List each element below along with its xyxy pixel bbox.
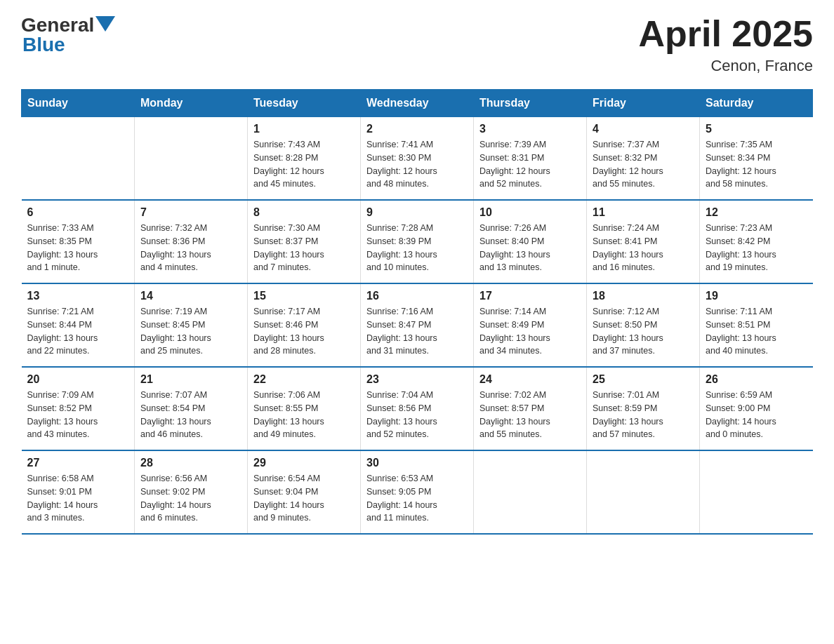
day-number: 8 [253,206,355,219]
day-number: 28 [140,457,241,469]
calendar-table: SundayMondayTuesdayWednesdayThursdayFrid… [21,89,813,535]
calendar-cell: 1Sunrise: 7:43 AM Sunset: 8:28 PM Daylig… [248,117,361,201]
calendar-cell: 28Sunrise: 6:56 AM Sunset: 9:02 PM Dayli… [135,450,248,534]
calendar-cell: 16Sunrise: 7:16 AM Sunset: 8:47 PM Dayli… [361,283,474,367]
day-info: Sunrise: 7:06 AM Sunset: 8:55 PM Dayligh… [253,389,355,441]
day-info: Sunrise: 7:11 AM Sunset: 8:51 PM Dayligh… [706,305,807,358]
calendar-cell: 13Sunrise: 7:21 AM Sunset: 8:44 PM Dayli… [22,283,135,367]
calendar-cell: 17Sunrise: 7:14 AM Sunset: 8:49 PM Dayli… [474,283,587,367]
logo-blue-text: Blue [22,34,65,56]
day-info: Sunrise: 7:16 AM Sunset: 8:47 PM Dayligh… [366,305,468,358]
calendar-cell: 24Sunrise: 7:02 AM Sunset: 8:57 PM Dayli… [474,367,587,450]
day-info: Sunrise: 7:43 AM Sunset: 8:28 PM Dayligh… [253,138,355,191]
calendar-cell: 30Sunrise: 6:53 AM Sunset: 9:05 PM Dayli… [361,450,474,534]
day-number: 15 [253,290,355,302]
header-monday: Monday [135,90,248,117]
day-info: Sunrise: 7:28 AM Sunset: 8:39 PM Dayligh… [366,222,468,274]
day-number: 9 [366,206,468,219]
day-number: 16 [366,290,468,302]
day-number: 11 [593,206,694,219]
day-info: Sunrise: 6:58 AM Sunset: 9:01 PM Dayligh… [27,472,129,525]
day-info: Sunrise: 6:56 AM Sunset: 9:02 PM Dayligh… [140,472,241,525]
day-info: Sunrise: 6:53 AM Sunset: 9:05 PM Dayligh… [366,472,468,525]
day-number: 19 [706,290,807,302]
calendar-subtitle: Cenon, France [638,57,813,75]
calendar-week-row: 20Sunrise: 7:09 AM Sunset: 8:52 PM Dayli… [22,367,813,450]
page-header: General Blue April 2025 Cenon, France [21,14,813,75]
day-info: Sunrise: 7:23 AM Sunset: 8:42 PM Dayligh… [706,222,807,274]
day-info: Sunrise: 7:41 AM Sunset: 8:30 PM Dayligh… [366,138,468,191]
calendar-cell: 9Sunrise: 7:28 AM Sunset: 8:39 PM Daylig… [361,200,474,283]
day-info: Sunrise: 6:54 AM Sunset: 9:04 PM Dayligh… [253,472,355,525]
day-info: Sunrise: 7:01 AM Sunset: 8:59 PM Dayligh… [593,389,694,441]
day-number: 6 [27,206,129,219]
calendar-cell: 3Sunrise: 7:39 AM Sunset: 8:31 PM Daylig… [474,117,587,201]
calendar-header-row: SundayMondayTuesdayWednesdayThursdayFrid… [22,90,813,117]
day-number: 7 [140,206,241,219]
day-number: 27 [27,457,129,469]
header-thursday: Thursday [474,90,587,117]
calendar-week-row: 13Sunrise: 7:21 AM Sunset: 8:44 PM Dayli… [22,283,813,367]
calendar-cell: 4Sunrise: 7:37 AM Sunset: 8:32 PM Daylig… [587,117,700,201]
logo: General Blue [21,14,115,56]
header-sunday: Sunday [22,90,135,117]
calendar-cell: 11Sunrise: 7:24 AM Sunset: 8:41 PM Dayli… [587,200,700,283]
logo-triangle-icon [95,16,115,32]
day-number: 13 [27,290,129,302]
day-info: Sunrise: 7:21 AM Sunset: 8:44 PM Dayligh… [27,305,129,358]
day-number: 5 [706,123,807,135]
calendar-cell: 19Sunrise: 7:11 AM Sunset: 8:51 PM Dayli… [700,283,813,367]
calendar-cell: 10Sunrise: 7:26 AM Sunset: 8:40 PM Dayli… [474,200,587,283]
day-number: 12 [706,206,807,219]
day-info: Sunrise: 7:17 AM Sunset: 8:46 PM Dayligh… [253,305,355,358]
day-info: Sunrise: 7:19 AM Sunset: 8:45 PM Dayligh… [140,305,241,358]
day-info: Sunrise: 7:30 AM Sunset: 8:37 PM Dayligh… [253,222,355,274]
calendar-cell: 7Sunrise: 7:32 AM Sunset: 8:36 PM Daylig… [135,200,248,283]
day-info: Sunrise: 7:32 AM Sunset: 8:36 PM Dayligh… [140,222,241,274]
calendar-cell: 29Sunrise: 6:54 AM Sunset: 9:04 PM Dayli… [248,450,361,534]
day-number: 24 [479,373,581,386]
day-info: Sunrise: 7:07 AM Sunset: 8:54 PM Dayligh… [140,389,241,441]
header-wednesday: Wednesday [361,90,474,117]
day-info: Sunrise: 7:04 AM Sunset: 8:56 PM Dayligh… [366,389,468,441]
day-info: Sunrise: 7:35 AM Sunset: 8:34 PM Dayligh… [706,138,807,191]
calendar-week-row: 27Sunrise: 6:58 AM Sunset: 9:01 PM Dayli… [22,450,813,534]
day-number: 22 [253,373,355,386]
day-number: 29 [253,457,355,469]
calendar-cell: 15Sunrise: 7:17 AM Sunset: 8:46 PM Dayli… [248,283,361,367]
day-number: 2 [366,123,468,135]
day-number: 3 [479,123,581,135]
calendar-cell [474,450,587,534]
calendar-cell [135,117,248,201]
header-saturday: Saturday [700,90,813,117]
day-number: 17 [479,290,581,302]
calendar-cell: 2Sunrise: 7:41 AM Sunset: 8:30 PM Daylig… [361,117,474,201]
header-friday: Friday [587,90,700,117]
calendar-cell: 23Sunrise: 7:04 AM Sunset: 8:56 PM Dayli… [361,367,474,450]
calendar-cell: 8Sunrise: 7:30 AM Sunset: 8:37 PM Daylig… [248,200,361,283]
calendar-cell: 21Sunrise: 7:07 AM Sunset: 8:54 PM Dayli… [135,367,248,450]
calendar-cell: 14Sunrise: 7:19 AM Sunset: 8:45 PM Dayli… [135,283,248,367]
day-number: 21 [140,373,241,386]
calendar-cell [22,117,135,201]
day-info: Sunrise: 7:24 AM Sunset: 8:41 PM Dayligh… [593,222,694,274]
calendar-cell: 20Sunrise: 7:09 AM Sunset: 8:52 PM Dayli… [22,367,135,450]
calendar-week-row: 6Sunrise: 7:33 AM Sunset: 8:35 PM Daylig… [22,200,813,283]
day-number: 26 [706,373,807,386]
day-number: 23 [366,373,468,386]
day-number: 14 [140,290,241,302]
day-info: Sunrise: 7:39 AM Sunset: 8:31 PM Dayligh… [479,138,581,191]
day-number: 25 [593,373,694,386]
day-number: 18 [593,290,694,302]
day-number: 1 [253,123,355,135]
calendar-cell [700,450,813,534]
day-info: Sunrise: 7:12 AM Sunset: 8:50 PM Dayligh… [593,305,694,358]
calendar-title: April 2025 [638,14,813,54]
calendar-week-row: 1Sunrise: 7:43 AM Sunset: 8:28 PM Daylig… [22,117,813,201]
calendar-cell: 5Sunrise: 7:35 AM Sunset: 8:34 PM Daylig… [700,117,813,201]
calendar-cell [587,450,700,534]
calendar-cell: 12Sunrise: 7:23 AM Sunset: 8:42 PM Dayli… [700,200,813,283]
header-tuesday: Tuesday [248,90,361,117]
day-number: 10 [479,206,581,219]
calendar-cell: 22Sunrise: 7:06 AM Sunset: 8:55 PM Dayli… [248,367,361,450]
